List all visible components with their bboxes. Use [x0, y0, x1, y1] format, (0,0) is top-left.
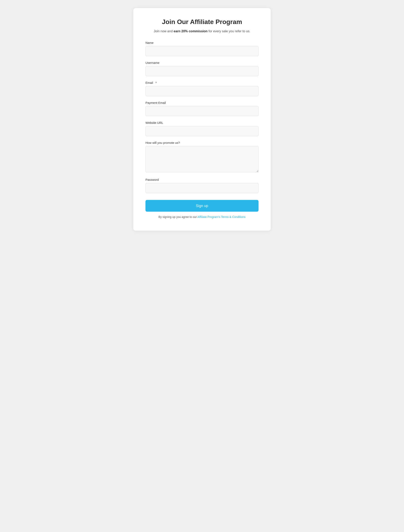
field-promote: How will you promote us?: [145, 141, 259, 173]
field-website-url: Website URL: [145, 121, 259, 136]
signup-button[interactable]: Sign up: [145, 200, 259, 212]
label-username: Username: [145, 61, 259, 64]
input-password[interactable]: [145, 183, 259, 193]
terms-prefix: By signing up you agree to our: [158, 215, 198, 219]
terms-link[interactable]: Affiliate Program's Terms & Conditions: [198, 215, 246, 219]
affiliate-form: Name Username Email * Payment Email Webs…: [145, 41, 259, 219]
label-promote: How will you promote us?: [145, 141, 259, 144]
page-subtitle: Join now and earn 20% commission for eve…: [145, 29, 259, 34]
input-website-url[interactable]: [145, 126, 259, 136]
subtitle-suffix: for every sale you refer to us.: [208, 30, 251, 33]
input-payment-email[interactable]: [145, 106, 259, 116]
field-email: Email *: [145, 81, 259, 96]
subtitle-plain: Join now and: [154, 30, 174, 33]
label-website-url: Website URL: [145, 121, 259, 124]
input-username[interactable]: [145, 66, 259, 76]
signup-card: Join Our Affiliate Program Join now and …: [133, 8, 271, 231]
input-email[interactable]: [145, 86, 259, 96]
label-email: Email *: [145, 81, 259, 84]
label-password: Password: [145, 178, 259, 181]
input-name[interactable]: [145, 46, 259, 56]
email-required-marker: *: [156, 81, 157, 84]
field-name: Name: [145, 41, 259, 56]
field-password: Password: [145, 178, 259, 193]
label-payment-email: Payment Email: [145, 101, 259, 104]
label-name: Name: [145, 41, 259, 44]
field-username: Username: [145, 61, 259, 76]
field-payment-email: Payment Email: [145, 101, 259, 116]
terms-text: By signing up you agree to our Affiliate…: [145, 215, 259, 219]
page-title: Join Our Affiliate Program: [145, 18, 259, 26]
subtitle-bold: earn 20% commission: [174, 30, 208, 33]
input-promote[interactable]: [145, 146, 259, 172]
